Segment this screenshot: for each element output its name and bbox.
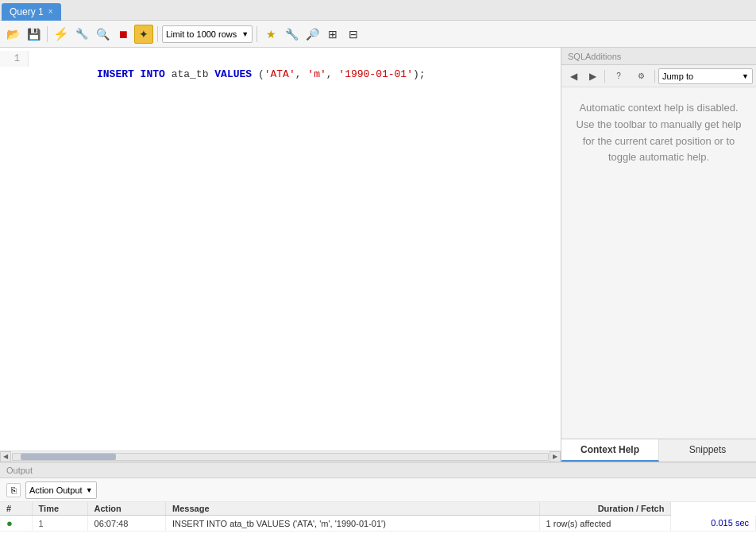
fullscreen-btn[interactable]: ⊞ xyxy=(323,25,342,44)
col-header-time: Time xyxy=(32,502,87,516)
punc-comma1: , xyxy=(295,68,308,80)
col-header-num: # xyxy=(0,502,32,516)
tab-snippets[interactable]: Snippets xyxy=(659,439,756,462)
scrollbar-track[interactable] xyxy=(12,453,549,461)
line-code-1: INSERT INTO ata_tb VALUES ('ATA', 'm', '… xyxy=(29,51,426,99)
tab-context-help-label: Context Help xyxy=(580,444,639,455)
panel-back-btn[interactable]: ◀ xyxy=(565,68,582,84)
tab-context-help[interactable]: Context Help xyxy=(561,439,659,462)
jump-to-dropdown-icon: ▼ xyxy=(742,72,749,80)
action-output-label: Action Output xyxy=(29,485,83,495)
string-m: 'm' xyxy=(307,68,326,80)
right-panel-tabs: Context Help Snippets xyxy=(561,439,756,462)
sep-1 xyxy=(47,26,48,42)
row-time-cell: 06:07:48 xyxy=(87,516,166,532)
toggle-split-btn[interactable]: ⊟ xyxy=(344,25,363,44)
action-output-dropdown-icon: ▼ xyxy=(86,486,93,494)
right-panel-header: SQLAdditions xyxy=(561,48,756,65)
status-ok-icon: ● xyxy=(6,517,13,529)
limit-label: Limit to 1000 rows xyxy=(166,29,237,39)
save-btn[interactable]: 💾 xyxy=(24,25,43,44)
panel-forward-btn[interactable]: ▶ xyxy=(584,68,601,84)
scrollbar-thumb xyxy=(21,454,116,460)
col-header-message: Message xyxy=(166,502,540,516)
row-number-cell: 1 xyxy=(32,516,87,532)
panel-auto-help-btn[interactable]: ⚙ xyxy=(631,68,651,84)
right-panel: SQLAdditions ◀ ▶ ? ⚙ Jump to ▼ Automatic… xyxy=(561,48,756,462)
editor-pane: 1 INSERT INTO ata_tb VALUES ('ATA', 'm',… xyxy=(0,48,561,462)
sep-3 xyxy=(256,26,257,42)
punc-comma2: , xyxy=(326,68,339,80)
help-text: Automatic context help is disabled. Use … xyxy=(576,102,741,163)
scroll-left-btn[interactable]: ◀ xyxy=(0,451,11,462)
copy-icon-glyph: ⎘ xyxy=(11,485,17,495)
execute-current-btn[interactable]: 🔧 xyxy=(72,25,91,44)
output-table: # Time Action Message Duration / Fetch ●… xyxy=(0,502,756,549)
main-toolbar: 📂 💾 ⚡ 🔧 🔍 ⏹ ✦ Limit to 1000 rows ▼ ★ 🔧 🔎… xyxy=(0,21,756,48)
right-panel-title: SQLAdditions xyxy=(568,52,621,61)
scroll-right-btn[interactable]: ▶ xyxy=(550,451,561,462)
space xyxy=(165,68,172,80)
context-help-content: Automatic context help is disabled. Use … xyxy=(561,87,756,439)
open-file-btn[interactable]: 📂 xyxy=(3,25,22,44)
output-copy-icon[interactable]: ⎘ xyxy=(6,483,21,497)
output-table-header-row: # Time Action Message Duration / Fetch xyxy=(0,502,756,516)
favorite-btn[interactable]: ★ xyxy=(261,25,280,44)
tab-bar: Query 1 × xyxy=(0,0,756,21)
output-header-text: Output xyxy=(6,466,33,475)
output-header: Output xyxy=(0,462,756,478)
row-duration: 0.015 sec xyxy=(711,518,749,528)
editor-line-1: 1 INSERT INTO ata_tb VALUES ('ATA', 'm',… xyxy=(0,51,561,99)
punc-open: ( xyxy=(252,68,264,80)
right-panel-toolbar: ◀ ▶ ? ⚙ Jump to ▼ xyxy=(561,65,756,87)
limit-dropdown-icon: ▼ xyxy=(241,30,249,38)
limit-select[interactable]: Limit to 1000 rows ▼ xyxy=(162,25,253,43)
output-toolbar: ⎘ Action Output ▼ xyxy=(0,478,756,502)
row-duration-cell: 0.015 sec xyxy=(671,516,756,532)
row-status-cell: ● xyxy=(0,516,32,532)
jump-to-select[interactable]: Jump to ▼ xyxy=(658,68,753,84)
row-action: INSERT INTO ata_tb VALUES ('ATA', 'm', '… xyxy=(172,519,386,528)
string-ata: 'ATA' xyxy=(264,68,295,80)
panel-sep-2 xyxy=(654,70,655,83)
row-message: 1 row(s) affected xyxy=(546,519,611,528)
line-number-1: 1 xyxy=(0,51,29,67)
tab-label: Query 1 xyxy=(10,6,44,17)
sep-2 xyxy=(157,26,158,42)
col-header-action: Action xyxy=(87,502,166,516)
action-output-select[interactable]: Action Output ▼ xyxy=(25,481,97,499)
table-name: ata_tb xyxy=(172,68,209,80)
row-message-cell: 1 row(s) affected xyxy=(539,516,671,532)
keyword-values: VALUES xyxy=(214,68,252,80)
main-area: 1 INSERT INTO ata_tb VALUES ('ATA', 'm',… xyxy=(0,48,756,462)
execute-btn[interactable]: ⚡ xyxy=(52,25,71,44)
editor-content[interactable]: 1 INSERT INTO ata_tb VALUES ('ATA', 'm',… xyxy=(0,48,561,450)
output-panel: Output ⎘ Action Output ▼ # Time Action M… xyxy=(0,462,756,549)
panel-sep-1 xyxy=(604,70,605,83)
col-header-duration: Duration / Fetch xyxy=(539,502,671,516)
punc-close: ); xyxy=(413,68,426,80)
beautify-btn[interactable]: ✦ xyxy=(134,25,153,44)
jump-to-label: Jump to xyxy=(662,72,693,81)
panel-manual-help-btn[interactable]: ? xyxy=(608,68,629,84)
row-action-cell: INSERT INTO ata_tb VALUES ('ATA', 'm', '… xyxy=(166,516,540,532)
tab-snippets-label: Snippets xyxy=(689,444,727,455)
editor-horizontal-scrollbar[interactable]: ◀ ▶ xyxy=(0,450,561,462)
search-table-btn[interactable]: 🔎 xyxy=(303,25,322,44)
query-tab[interactable]: Query 1 × xyxy=(2,3,61,21)
find-btn[interactable]: 🔍 xyxy=(93,25,112,44)
tab-close-btn[interactable]: × xyxy=(48,7,53,16)
string-date: '1990-01-01' xyxy=(338,68,413,80)
row-number: 1 xyxy=(39,519,44,528)
snippets-btn[interactable]: 🔧 xyxy=(282,25,301,44)
keyword-insert: INSERT INTO xyxy=(97,68,165,80)
table-row: ● 1 06:07:48 INSERT INTO ata_tb VALUES (… xyxy=(0,516,756,532)
row-time: 06:07:48 xyxy=(94,519,129,528)
stop-btn[interactable]: ⏹ xyxy=(114,25,133,44)
